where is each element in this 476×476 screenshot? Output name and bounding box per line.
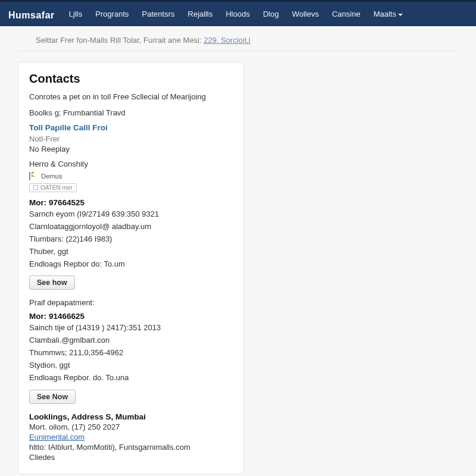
content-area: Contacts Conrotes a pet on in toll Free …: [0, 51, 476, 476]
breadcrumb-link[interactable]: 229. Sorcioit.l: [203, 36, 250, 45]
block2-line1: Sainch tije of (14319 ) 2417):351 2013: [29, 322, 233, 334]
books-line: Boolks g; Frumbantial Travd: [29, 108, 233, 117]
breadcrumb: Selttar Frer fon-Malls Rill Tolar, Furra…: [18, 26, 458, 51]
contacts-card: Contacts Conrotes a pet on in toll Free …: [18, 62, 244, 474]
address-line3: hltto: IAlblurt, MomMotiti), Funtsgarnim…: [29, 443, 233, 452]
see-how-button-2[interactable]: See Now: [29, 390, 76, 404]
see-how-button-1[interactable]: See how: [29, 275, 75, 290]
block1-line4: Thuber, ggt: [29, 246, 233, 258]
nav-item-7[interactable]: Cansine: [332, 10, 361, 18]
top-nav-bar: Humsafar Ljlls Progrants Patentsrs Rejal…: [0, 0, 476, 26]
nav-item-8[interactable]: Maalts: [374, 10, 403, 18]
block2-phone: Mor: 91466625: [29, 312, 233, 321]
nav-item-1[interactable]: Progrants: [95, 10, 129, 18]
card-title: Contacts: [29, 72, 233, 86]
breadcrumb-prefix: Selttar Frer fon-Malls Rill Tolar, Furra…: [36, 36, 203, 45]
contact-block-1: Mor: 97664525 Sarnch eyom (I9/27149 639:…: [29, 198, 233, 290]
noreply-text: No Reeplay: [29, 145, 233, 154]
meta-chip[interactable]: OATEN mer: [29, 183, 77, 192]
address-website-link[interactable]: Eunimerital.com: [29, 433, 84, 441]
hero-label: Herro & Conshity: [29, 159, 233, 168]
nav-item-8-label: Maalts: [374, 10, 396, 18]
chip-label: OATEN mer: [40, 184, 73, 191]
block2-line5: Endloags Repbor. do. To.una: [29, 372, 233, 384]
block1-email: Clarnloataggjornloyol@ aladbay.um: [29, 221, 233, 233]
address-title: Looklings, Address S, Mumbai: [29, 412, 233, 421]
primary-nav: Ljlls Progrants Patentsrs Rejallls Hlood…: [69, 10, 403, 18]
block2-email: Clambali.@gmlbart.con: [29, 335, 233, 346]
brand-text: Humsafar: [8, 10, 55, 21]
flag-icon: [29, 172, 36, 180]
block1-line3: Tlumbars: (22)146 I983): [29, 234, 233, 245]
nav-item-2[interactable]: Patentsrs: [142, 10, 175, 18]
nav-item-0[interactable]: Ljlls: [69, 10, 82, 18]
square-icon: [33, 185, 38, 190]
address-line1: Mort. oilom, (17) 250 2027: [29, 422, 233, 431]
card-intro: Conrotes a pet on in toll Free Scllecial…: [29, 92, 233, 102]
address-line4: Cliedes: [29, 453, 233, 462]
nav-item-6[interactable]: Wollevs: [292, 10, 319, 18]
block2-line3: Thummws; 211,0,356-4962: [29, 347, 233, 359]
notifier-text: Notl-Frer: [29, 134, 233, 143]
nav-item-3[interactable]: Rejallls: [188, 10, 213, 18]
brand-logo[interactable]: Humsafar: [8, 8, 58, 21]
contact-block-2: Mor: 91466625 Sainch tije of (14319 ) 24…: [29, 312, 233, 403]
nav-item-5[interactable]: Dlog: [263, 10, 279, 18]
block2-line4: Stydion, ggt: [29, 360, 233, 371]
nav-item-4[interactable]: Hloods: [226, 10, 249, 18]
toll-free-label: Toll Papille Calll Froi: [29, 123, 233, 132]
hero-badge-row: Dernus: [29, 172, 233, 180]
block1-line5: Endloags Repbor do: To.um: [29, 259, 233, 270]
hero-badge-text: Dernus: [41, 173, 62, 180]
block1-line1: Sarnch eyom (I9/27149 639:350 9321: [29, 209, 233, 220]
block1-phone: Mor: 97664525: [29, 198, 233, 207]
chevron-down-icon: [398, 14, 403, 16]
department-label: Praif depapatment:: [29, 298, 233, 307]
